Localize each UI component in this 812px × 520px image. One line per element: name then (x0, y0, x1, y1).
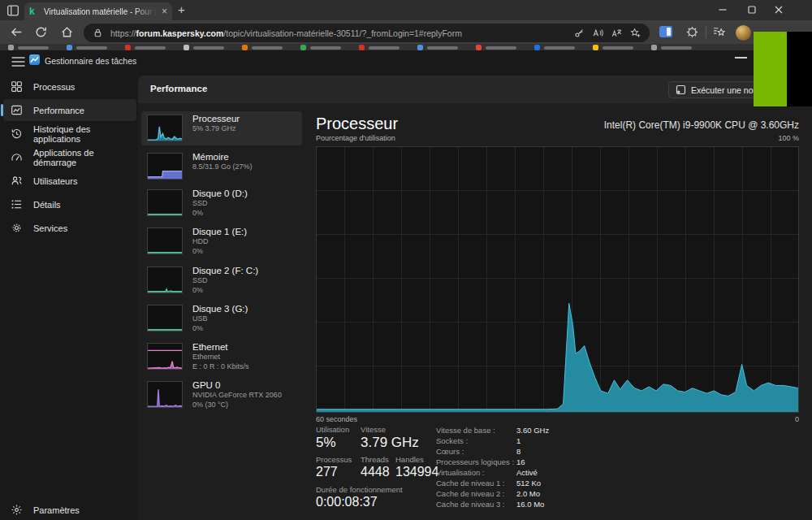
translate-icon[interactable] (611, 27, 623, 39)
profile-avatar[interactable] (736, 25, 751, 41)
detail-label: Virtualisation : (436, 468, 485, 477)
bookmark-item[interactable] (125, 45, 184, 50)
bookmark-item[interactable] (242, 45, 300, 50)
task-manager-app-icon (29, 54, 40, 65)
bookmark-item[interactable] (8, 45, 67, 50)
performance-icon (11, 104, 23, 116)
url-scheme: https:// (110, 28, 136, 38)
add-favorite-icon[interactable] (629, 27, 641, 39)
split-screen-icon[interactable] (659, 26, 672, 37)
bookmarks-bar[interactable] (0, 44, 812, 50)
bookmark-item[interactable] (67, 45, 125, 50)
bookmark-item[interactable] (593, 45, 651, 50)
threads-label: Threads (361, 455, 389, 464)
disk0-mini-graph (147, 189, 183, 216)
threads-value: 4448 (361, 465, 390, 479)
bookmark-favicon-icon (534, 45, 540, 50)
url-domain: forum.kaspersky.com (136, 28, 224, 38)
detail-value: 8 (516, 447, 520, 456)
perf-item-sub: SSD (192, 199, 248, 209)
new-tab-button[interactable]: + (178, 2, 185, 17)
perf-item-disque0[interactable]: Disque 0 (D:)SSD0% (141, 186, 302, 220)
uptime-value: 0:00:08:37 (316, 495, 378, 509)
perf-item-gpu0[interactable]: GPU 0NVIDIA GeForce RTX 20600% (30 °C) (141, 378, 302, 412)
sidebar-label: Processus (33, 82, 75, 92)
bookmark-label-placeholder (603, 46, 633, 50)
cpu-mini-graph (147, 115, 183, 141)
services-icon (11, 222, 23, 234)
perf-item-disque2[interactable]: Disque 2 (F: C:)SSD0% (141, 263, 302, 297)
perf-item-processeur[interactable]: Processeur5% 3.79 GHz (141, 111, 302, 145)
bookmark-item[interactable] (651, 45, 710, 50)
settings-gear-icon (11, 504, 23, 516)
browser-close-button[interactable] (774, 5, 784, 15)
bookmark-item[interactable] (476, 45, 534, 50)
perf-item-ethernet[interactable]: EthernetEthernetE : 0 R : 0 Kbits/s (141, 340, 302, 374)
utilisation-value: 5% (316, 435, 336, 451)
refresh-icon[interactable] (34, 25, 48, 39)
detail-value: Activé (516, 468, 538, 477)
overlay-green-rectangle (754, 32, 787, 106)
detail-value: 16.0 Mo (516, 500, 544, 509)
detail-label: Processeurs logiques : (436, 457, 514, 466)
perf-item-sub: HDD (192, 237, 247, 247)
perf-item-sub2: E : 0 R : 0 Kbits/s (192, 362, 249, 372)
bookmark-label-placeholder (427, 46, 458, 50)
processus-value: 277 (316, 465, 338, 479)
bookmark-item[interactable] (300, 45, 359, 50)
bookmark-favicon-icon (184, 45, 189, 50)
browser-minimize-button[interactable] (718, 5, 728, 15)
bookmark-item[interactable] (534, 45, 593, 50)
perf-item-sub2: 0% (192, 209, 248, 219)
address-bar[interactable]: https://forum.kaspersky.com/topic/virtua… (84, 24, 650, 42)
sidebar-item-details[interactable]: Détails (0, 193, 138, 215)
browser-essentials-icon[interactable] (685, 25, 699, 39)
detail-label: Cœurs : (436, 447, 464, 456)
bookmark-item[interactable] (184, 45, 242, 50)
perf-item-label: Processeur (192, 113, 240, 124)
sidebar-item-performance[interactable]: Performance (3, 99, 136, 121)
bookmark-favicon-icon (125, 45, 131, 50)
run-new-task-icon (676, 84, 686, 95)
browser-tab-active[interactable]: k Virtualisation matérielle - Pour p × (24, 2, 172, 20)
perf-item-memoire[interactable]: Mémoire8.5/31.9 Go (27%) (141, 150, 302, 184)
cpu-xaxis-right-label: 0 (718, 415, 799, 423)
users-icon (11, 175, 23, 187)
bookmark-favicon-icon (593, 45, 598, 50)
sidebar-label: Performance (33, 106, 84, 115)
browser-maximize-button[interactable] (747, 5, 757, 15)
lock-icon[interactable] (92, 27, 104, 39)
task-manager-title: Gestionnaire des tâches (45, 56, 136, 66)
tab-title: Virtualisation matérielle - Pour p (44, 7, 157, 16)
sidebar-item-demarrage[interactable]: Applications de démarrage (0, 146, 138, 168)
sidebar-item-services[interactable]: Services (0, 217, 138, 239)
perf-item-sub2: 0% (192, 247, 247, 257)
taskmanager-minimize-button[interactable] (735, 57, 747, 58)
home-icon[interactable] (60, 25, 74, 39)
read-aloud-icon[interactable] (592, 27, 604, 39)
favorites-icon[interactable] (712, 25, 726, 39)
tab-layout-icon[interactable] (6, 4, 19, 17)
detail-value: 512 Ko (516, 479, 541, 488)
perf-item-label: Disque 2 (F: C:) (192, 265, 258, 276)
perf-item-disque3[interactable]: Disque 3 (G:)USB0% (141, 301, 302, 336)
password-key-icon[interactable] (573, 27, 585, 39)
detail-label: Cache de niveau 3 : (436, 500, 505, 509)
url-text[interactable]: https://forum.kaspersky.com/topic/virtua… (110, 28, 567, 38)
bookmark-item[interactable] (359, 45, 417, 50)
tab-close-icon[interactable]: × (162, 6, 167, 16)
cpu-panel-title: Processeur (316, 115, 398, 133)
sidebar-item-processus[interactable]: Processus (0, 76, 138, 98)
navigation-menu-icon[interactable] (11, 57, 25, 67)
sidebar-item-historique[interactable]: Historique des applications (0, 123, 138, 145)
bookmark-item[interactable] (417, 45, 476, 50)
perf-item-label: Ethernet (192, 341, 249, 353)
sidebar-item-utilisateurs[interactable]: Utilisateurs (0, 170, 138, 192)
sidebar-item-parametres[interactable]: Paramètres (0, 499, 138, 520)
perf-item-disque1[interactable]: Disque 1 (E:)HDD0% (141, 224, 302, 258)
perf-item-sub: 5% 3.79 GHz (192, 124, 240, 134)
bookmark-label-placeholder (252, 46, 283, 50)
bookmark-favicon-icon (300, 45, 306, 50)
back-icon[interactable] (10, 25, 24, 39)
sidebar-label: Applications de démarrage (33, 148, 138, 167)
